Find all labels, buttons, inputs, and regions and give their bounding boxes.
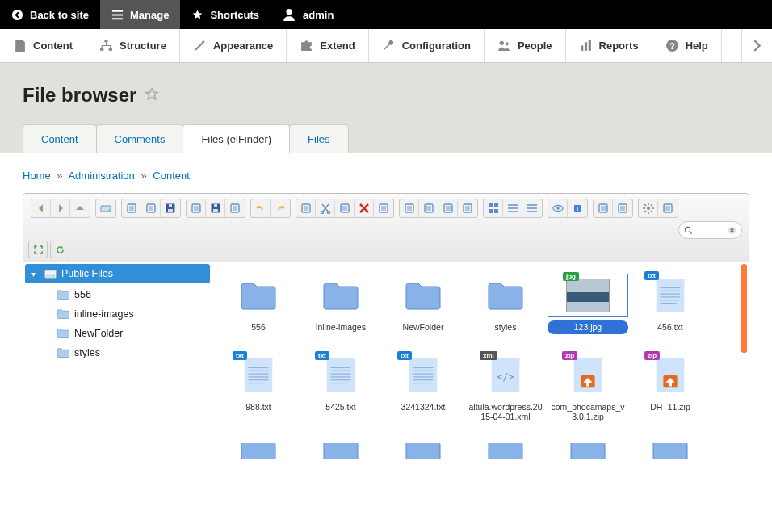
tree-item[interactable]: inline-images <box>23 304 212 324</box>
file-item[interactable] <box>548 443 628 463</box>
file-thumb <box>218 274 299 317</box>
folder-icon <box>57 348 69 358</box>
file-item[interactable] <box>218 443 299 463</box>
toolbar-selectnone-button[interactable] <box>438 199 458 217</box>
search-clear[interactable] <box>727 225 736 235</box>
toolbar-rm-button[interactable] <box>355 199 374 217</box>
tab-configuration[interactable]: Configuration <box>369 29 485 62</box>
tree-root[interactable]: ▾ Public Files <box>25 264 210 283</box>
file-item[interactable]: txt456.txt <box>630 274 711 334</box>
toolbar-forward-button[interactable] <box>51 199 70 217</box>
file-item[interactable]: zipDHT11.zip <box>630 354 711 424</box>
tree-item[interactable]: 556 <box>23 285 212 304</box>
tab-appearance[interactable]: Appearance <box>180 29 287 62</box>
toolbar-group <box>250 199 291 218</box>
file-item[interactable]: inline-images <box>300 274 381 334</box>
file-item[interactable]: zipcom_phocamaps_v3.0.1.zip <box>548 354 628 424</box>
user-label: admin <box>303 9 334 21</box>
toolbar-group <box>296 199 394 218</box>
toolbar-copy-button[interactable] <box>296 199 316 217</box>
file-item[interactable]: txt988.txt <box>218 354 299 424</box>
toolbar-newfolder-button[interactable] <box>122 199 141 217</box>
tree-item[interactable]: NewFolder <box>23 324 212 343</box>
toolbar-extract-button[interactable] <box>594 199 613 217</box>
toolbar-reload-button[interactable] <box>50 241 69 258</box>
tree-item[interactable]: styles <box>23 343 212 362</box>
tab-content[interactable]: Content <box>0 29 86 62</box>
crumb-administration[interactable]: Administration <box>68 170 134 182</box>
file-thumb <box>300 443 381 459</box>
file-item[interactable] <box>383 443 464 463</box>
toolbar-newfile-button[interactable] <box>141 199 161 217</box>
toolbar-group <box>121 199 181 218</box>
toolbar-open-button[interactable] <box>187 199 206 217</box>
tab-extend[interactable]: Extend <box>287 29 368 62</box>
toolbar-undo-button[interactable] <box>251 199 271 217</box>
toolbar-chmod-button[interactable] <box>658 199 678 217</box>
folder-tree[interactable]: ▾ Public Files 556 inline-images NewFold… <box>23 262 212 532</box>
file-item[interactable]: jpg123.jpg <box>548 274 628 334</box>
file-grid[interactable]: 556inline-imagesNewFolderstylesjpg123.jp… <box>212 262 749 532</box>
file-item[interactable]: NewFolder <box>383 274 464 334</box>
toolbar-list-button[interactable] <box>503 199 522 217</box>
tab-people[interactable]: People <box>485 29 566 62</box>
toolbar-preview-button[interactable] <box>548 199 568 217</box>
toolbar-up-button[interactable] <box>70 199 90 217</box>
toolbar-download-button[interactable] <box>206 199 225 217</box>
search-input[interactable] <box>693 225 727 235</box>
file-item[interactable] <box>465 443 546 463</box>
toolbar-getfile-button[interactable] <box>225 199 245 217</box>
subtab-files-elfinder[interactable]: Files (elFinder) <box>183 124 290 153</box>
file-item[interactable]: txt5425.txt <box>300 354 381 424</box>
toolbar-selectall-button[interactable] <box>419 199 438 217</box>
toolbar-upload-button[interactable] <box>161 199 180 217</box>
drive-icon <box>44 270 57 279</box>
back-to-site-label: Back to site <box>30 9 89 21</box>
breadcrumb: Home » Administration » Content <box>23 170 749 182</box>
toolbar-netmount-button[interactable] <box>96 199 115 217</box>
toolbar-selectinvert-button[interactable] <box>458 199 477 217</box>
subtab-files[interactable]: Files <box>289 124 348 153</box>
back-to-site[interactable]: Back to site <box>0 0 100 29</box>
toolbar-sort-button[interactable] <box>522 199 542 217</box>
file-item[interactable]: txt3241324.txt <box>383 354 464 424</box>
tab-more[interactable] <box>741 29 772 62</box>
favorite-toggle[interactable] <box>145 84 159 107</box>
toolbar-search[interactable] <box>678 221 742 239</box>
tab-reports[interactable]: Reports <box>566 29 652 62</box>
toolbar-redo-button[interactable] <box>271 199 290 217</box>
toolbar-places-button[interactable] <box>639 199 658 217</box>
toolbar-empty-button[interactable] <box>374 199 393 217</box>
subtab-comments[interactable]: Comments <box>96 124 184 153</box>
toolbar-fullscreen-button[interactable] <box>28 241 48 258</box>
toolbar-duplicate-button[interactable] <box>400 199 419 217</box>
chart-icon <box>579 39 593 52</box>
toolbar-cut-button[interactable] <box>316 199 335 217</box>
toolbar-icons-button[interactable] <box>484 199 503 217</box>
toolbar-back-button[interactable] <box>31 199 51 217</box>
chmod-icon <box>662 203 673 214</box>
file-thumb <box>548 443 628 459</box>
scrollbar-thumb[interactable] <box>741 264 747 353</box>
toolbar-info-button[interactable] <box>568 199 587 217</box>
file-item[interactable]: styles <box>465 274 546 334</box>
file-item[interactable]: xmlaltula.wordpress.2015-04-01.xml <box>465 354 546 424</box>
file-item[interactable] <box>300 443 381 463</box>
crumb-content[interactable]: Content <box>153 170 190 182</box>
paste-icon <box>339 203 350 214</box>
tab-structure[interactable]: Structure <box>86 29 180 62</box>
shortcuts-menu[interactable]: Shortcuts <box>180 0 271 29</box>
toolbar-paste-button[interactable] <box>335 199 355 217</box>
upload-icon <box>165 203 176 214</box>
user-menu[interactable]: admin <box>271 0 345 29</box>
subtab-content[interactable]: Content <box>23 124 97 153</box>
file-item[interactable]: 556 <box>218 274 299 334</box>
file-thumb <box>383 274 464 317</box>
tree-collapse-icon[interactable]: ▾ <box>31 270 40 279</box>
toolbar-archive-button[interactable] <box>613 199 632 217</box>
manage-menu[interactable]: Manage <box>100 0 180 29</box>
crumb-home[interactable]: Home <box>23 170 51 182</box>
file-item[interactable] <box>630 443 711 463</box>
shortcuts-label: Shortcuts <box>210 9 259 21</box>
tab-help[interactable]: Help <box>652 29 722 62</box>
